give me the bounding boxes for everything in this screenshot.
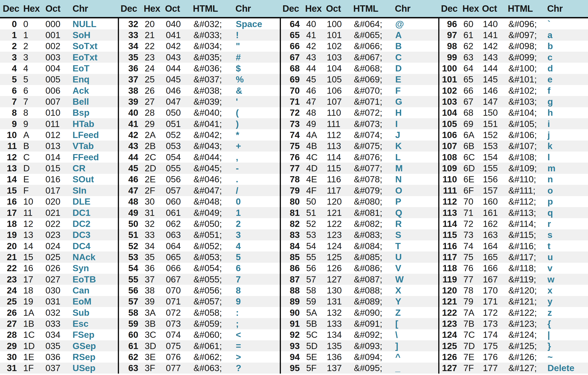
hex-cell: B (20, 141, 44, 150)
dec-cell: 99 (439, 53, 460, 62)
oct-cell: 122 (325, 219, 353, 228)
dec-cell: 48 (119, 197, 141, 206)
chr-cell: o (546, 186, 588, 195)
table-row: 6743103&#067;C (281, 52, 438, 63)
chr-cell: , (234, 153, 280, 162)
hex-cell: 16 (20, 264, 44, 272)
html-cell: &#102; (507, 86, 546, 95)
hex-cell: 2A (141, 130, 164, 139)
oct-cell: 123 (325, 230, 353, 239)
oct-cell: 160 (481, 197, 507, 206)
oct-cell: 157 (481, 186, 507, 195)
table-row: 8050120&#080;P (281, 196, 438, 207)
html-cell: &#075; (353, 141, 393, 150)
hex-cell: 1C (20, 330, 44, 339)
oct-cell: 044 (164, 64, 192, 73)
dec-cell: 37 (119, 75, 141, 84)
table-row: 442C054&#044;, (119, 152, 280, 163)
oct-cell: 131 (325, 297, 353, 306)
table-row: 8454124&#084;T (281, 240, 438, 251)
dec-cell: 1 (0, 31, 20, 40)
chr-cell: 8 (234, 286, 280, 295)
table-row: 66006Ack (0, 85, 118, 96)
hex-cell: 63 (460, 53, 481, 62)
hex-cell: 37 (141, 275, 164, 284)
oct-cell: 112 (325, 130, 353, 139)
html-cell: &#071; (353, 97, 393, 106)
dec-cell: 6 (0, 86, 20, 95)
table-row: 955F137&#095;_ (281, 363, 438, 374)
dec-cell: 45 (119, 164, 141, 173)
oct-cell: 156 (481, 175, 507, 184)
chr-cell: < (234, 330, 280, 339)
hex-cell: 48 (303, 108, 325, 117)
hex-cell: A (20, 130, 44, 139)
html-cell: &#051; (192, 230, 234, 239)
oct-cell: 057 (164, 186, 192, 195)
hex-cell: 5A (303, 308, 325, 317)
table-row: 1086C154&#108;l (439, 152, 588, 163)
oct-cell: 106 (325, 86, 353, 95)
oct-cell: 023 (44, 230, 71, 239)
table-row: 4028050&#040;( (119, 107, 280, 118)
oct-cell: 034 (44, 330, 71, 339)
chr-cell: i (546, 119, 588, 128)
html-cell: &#127; (507, 364, 546, 373)
table-row: 1116F157&#111;o (439, 185, 588, 196)
table-row: 4830060&#048;0 (119, 196, 280, 207)
hex-cell: 2B (141, 141, 164, 150)
html-cell: &#097; (507, 31, 546, 40)
table-row: 603C074&#060;< (119, 329, 280, 340)
dec-cell: 107 (439, 141, 460, 150)
chr-cell: \ (393, 330, 438, 339)
table-row: 77007Bell (0, 96, 118, 107)
oct-cell: 010 (44, 108, 71, 117)
oct-cell: 063 (164, 230, 192, 239)
html-cell: &#111; (507, 186, 546, 195)
col-header-chr: Chr (393, 4, 438, 13)
oct-cell: 142 (481, 42, 507, 51)
table-row: 6642102&#066;B (281, 41, 438, 52)
dec-cell: 119 (439, 275, 460, 284)
chr-cell: NULL (71, 20, 118, 29)
hex-cell: 65 (460, 75, 481, 84)
chr-cell: f (546, 86, 588, 95)
html-cell: &#098; (507, 42, 546, 51)
hex-cell: 4A (303, 130, 325, 139)
oct-cell: 130 (325, 286, 353, 295)
hex-cell: 13 (20, 230, 44, 239)
dec-cell: 31 (0, 364, 20, 373)
html-cell: &#114; (507, 219, 546, 228)
dec-cell: 60 (119, 330, 141, 339)
chr-cell: Sub (71, 308, 118, 317)
oct-cell: 002 (44, 42, 71, 51)
html-cell: &#086; (353, 264, 393, 272)
dec-cell: 116 (439, 242, 460, 250)
table-row: 88010Bsp (0, 107, 118, 118)
html-cell: &#060; (192, 330, 234, 339)
html-cell: &#112; (507, 197, 546, 206)
chr-cell: m (546, 164, 588, 173)
oct-cell: 104 (325, 64, 353, 73)
chr-cell: - (234, 164, 280, 173)
dec-cell: 23 (0, 275, 20, 284)
chr-cell: NAck (71, 253, 118, 261)
dec-cell: 80 (281, 197, 303, 206)
table-row: 613D075&#061;= (119, 340, 280, 351)
oct-cell: 072 (164, 308, 192, 317)
table-row: 261A032Sub (0, 307, 118, 318)
hex-cell: 29 (141, 119, 164, 128)
col-header-dec: Dec (0, 4, 20, 13)
chr-cell: q (546, 208, 588, 217)
table-row: 1076B153&#107;k (439, 141, 588, 152)
oct-cell: 062 (164, 219, 192, 228)
dec-cell: 92 (281, 330, 303, 339)
chr-cell: Z (393, 308, 438, 317)
table-row: 6541101&#065;A (281, 29, 438, 41)
dec-cell: 7 (0, 97, 20, 106)
chr-cell: EoM (71, 297, 118, 306)
hex-cell: 30 (141, 197, 164, 206)
dec-cell: 78 (281, 175, 303, 184)
oct-cell: 147 (481, 97, 507, 106)
table-row: 3321041&#033;! (119, 29, 280, 41)
